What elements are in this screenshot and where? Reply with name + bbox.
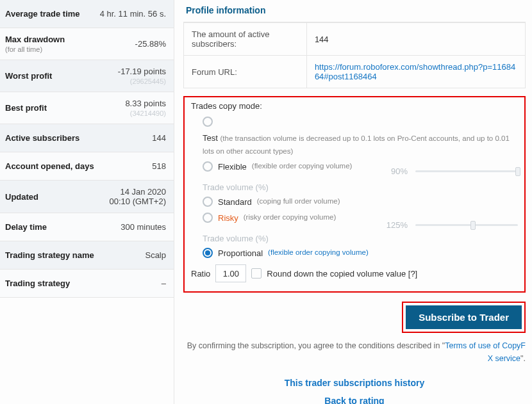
- radio-label: Test: [203, 133, 218, 143]
- stat-value: 300 minutes: [121, 222, 166, 232]
- subscribers-label: The amount of active subscribers:: [184, 23, 307, 56]
- volume-label-2: Trade volume (%): [203, 234, 518, 243]
- stat-label: Active subscribers: [5, 133, 79, 143]
- stat-value-sub: (29625445): [118, 77, 166, 85]
- stat-account-opened: Account opened, days 518: [0, 152, 174, 181]
- radio-test[interactable]: Test (the transaction volume is decrease…: [203, 116, 518, 157]
- radio-icon: [203, 213, 213, 223]
- ratio-label: Ratio: [191, 269, 210, 279]
- stat-value: 518: [152, 161, 166, 171]
- stat-delay-time: Delay time 300 minutes: [0, 213, 174, 241]
- radio-icon: [203, 161, 213, 172]
- slider-handle[interactable]: [515, 167, 520, 176]
- trades-copy-mode-box: Trades copy mode: Test (the transaction …: [183, 96, 526, 293]
- main-content: Profile information The amount of active…: [174, 0, 532, 404]
- stat-strategy: Trading strategy –: [0, 270, 174, 298]
- radio-icon: [203, 197, 213, 207]
- radio-note: (flexible order copying volume): [268, 247, 369, 258]
- stat-label: Worst profit: [5, 71, 52, 81]
- stat-strategy-name: Trading strategy name Scalp: [0, 241, 174, 270]
- slider-track: [415, 170, 518, 172]
- volume-label-1: Trade volume (%): [203, 182, 518, 192]
- radio-icon: [203, 117, 213, 127]
- stat-label: Best profit: [5, 103, 47, 113]
- stat-value-sub: (34214490): [125, 109, 166, 117]
- stat-value: –: [162, 279, 166, 288]
- stat-value: 144: [152, 133, 166, 143]
- radio-icon: [203, 248, 213, 258]
- terms-link[interactable]: Terms of use of CopyFX service: [445, 341, 526, 363]
- ratio-input[interactable]: [215, 264, 246, 282]
- stat-value: -25.88%: [135, 39, 166, 49]
- stat-value: 14 Jan 2020 00:10 (GMT+2): [109, 187, 166, 206]
- stats-sidebar: Average trade time 4 hr. 11 min. 56 s. M…: [0, 0, 174, 404]
- stat-sub-label: (for all time): [5, 45, 65, 53]
- confirm-text: By confirming the subscription, you agre…: [183, 339, 526, 365]
- volume-slider-1[interactable]: 90%: [391, 166, 518, 176]
- radio-note: (flexible order copying volume): [252, 161, 353, 172]
- table-row: Forum URL: https://forum.roboforex.com/s…: [184, 56, 526, 88]
- slider-track: [415, 224, 518, 226]
- slider-handle[interactable]: [470, 221, 476, 230]
- stat-label: Trading strategy: [5, 279, 70, 288]
- stat-label: Trading strategy name: [5, 250, 94, 260]
- round-down-label: Round down the copied volume value [?]: [267, 269, 417, 279]
- stat-updated: Updated 14 Jan 2020 00:10 (GMT+2): [0, 181, 174, 213]
- stat-label: Average trade time: [5, 9, 80, 19]
- stat-label: Updated: [5, 192, 38, 202]
- stat-max-drawdown: Max drawdown (for all time) -25.88%: [0, 28, 174, 60]
- volume-slider-2[interactable]: 125%: [387, 220, 518, 230]
- radio-note: (risky order copying volume): [244, 212, 336, 223]
- copy-mode-title: Trades copy mode:: [191, 101, 518, 111]
- stat-best-profit: Best profit 8.33 points (34214490): [0, 92, 174, 124]
- subscribers-value: 144: [306, 23, 525, 56]
- stat-value: 8.33 points (34214490): [125, 99, 166, 117]
- radio-label: Proportional: [218, 247, 263, 260]
- slider-value: 90%: [391, 166, 408, 176]
- radio-standard[interactable]: Standard (coping full order volume): [203, 196, 518, 209]
- stat-value: Scalp: [145, 250, 166, 260]
- stat-label: Account opened, days: [5, 161, 94, 171]
- radio-proportional[interactable]: Proportional (flexible order copying vol…: [203, 247, 518, 260]
- stat-worst-profit: Worst profit -17.19 points (29625445): [0, 60, 174, 92]
- radio-label: Risky: [218, 212, 238, 225]
- stat-label: Delay time: [5, 222, 47, 232]
- forum-url-link[interactable]: https://forum.roboforex.com/showthread.p…: [315, 62, 515, 81]
- profile-info-table: The amount of active subscribers: 144 Fo…: [183, 22, 526, 88]
- forum-url-label: Forum URL:: [184, 56, 307, 88]
- radio-label: Standard: [218, 196, 252, 209]
- history-link[interactable]: This trader subscriptions history: [285, 378, 425, 388]
- stat-active-subscribers: Active subscribers 144: [0, 124, 174, 152]
- stat-label: Max drawdown (for all time): [5, 35, 65, 53]
- stat-value: 4 hr. 11 min. 56 s.: [100, 9, 166, 19]
- radio-note: (coping full order volume): [257, 196, 340, 207]
- subscribe-highlight: Subscribe to Trader: [402, 302, 526, 333]
- profile-information-title: Profile information: [183, 0, 526, 22]
- table-row: The amount of active subscribers: 144: [184, 23, 526, 56]
- stat-avg-trade-time: Average trade time 4 hr. 11 min. 56 s.: [0, 0, 174, 28]
- round-down-checkbox[interactable]: [251, 268, 262, 279]
- subscribe-button[interactable]: Subscribe to Trader: [406, 305, 522, 329]
- radio-label: Flexible: [218, 161, 247, 174]
- ratio-row: Ratio Round down the copied volume value…: [191, 264, 518, 282]
- back-to-rating-link[interactable]: Back to rating: [324, 396, 384, 404]
- radio-note: (the transaction volume is decreased up …: [203, 134, 510, 155]
- slider-value: 125%: [387, 220, 408, 230]
- stat-value: -17.19 points (29625445): [118, 67, 166, 85]
